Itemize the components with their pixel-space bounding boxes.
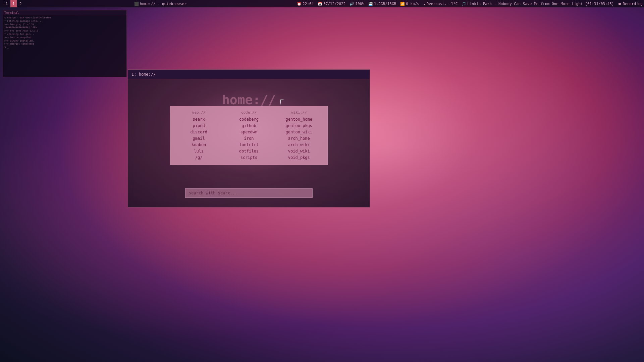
workspace-l1[interactable]: L1	[1, 0, 10, 7]
clock-icon: ⏰	[297, 2, 302, 6]
link-scripts[interactable]: scripts	[240, 155, 258, 161]
browser-titlebar-text: 1: home://	[131, 72, 156, 77]
terminal-line: >>> Emerging (1 of 3)	[4, 23, 125, 26]
links-col-web: web:// searx piped discord gmail knaben …	[174, 110, 224, 161]
link-piped[interactable]: piped	[193, 123, 205, 129]
links-columns: web:// searx piped discord gmail knaben …	[174, 110, 324, 161]
links-col-wiki: wiki:// gentoo_home gentoo_pkgs gentoo_w…	[274, 110, 324, 161]
link-g[interactable]: /g/	[195, 155, 203, 161]
terminal-line: $ _	[4, 46, 125, 49]
link-knaben[interactable]: knaben	[192, 142, 206, 148]
terminal-thumbnail[interactable]: Terminal $ emerge --ask www-client/firef…	[3, 10, 127, 77]
link-iron[interactable]: iron	[244, 135, 254, 141]
terminal-line: >>> emerge: completed	[4, 43, 125, 46]
network-display: 📶 0 kb/s	[400, 2, 419, 6]
workspace-list[interactable]: L1 1 2	[1, 0, 24, 7]
memory-icon: 💾	[368, 2, 373, 6]
terminal-line: >>> Source compiled.	[4, 36, 125, 40]
terminal-line: $ emerge --ask www-client/firefox	[4, 16, 125, 20]
weather-display: ☁ Overcast, -1°C	[423, 2, 458, 6]
link-speedwm[interactable]: speedwm	[240, 129, 258, 135]
home-page-title: home://	[222, 93, 276, 107]
terminal-line: >>> Binary installed.	[4, 40, 125, 43]
link-dotfiles[interactable]: dotfiles	[239, 148, 259, 154]
terminal-line: [################] 100%	[4, 26, 125, 29]
col-header-code: code://	[241, 110, 257, 115]
browser-icon: ⬛	[134, 2, 139, 6]
link-fontctrl[interactable]: fontctrl	[239, 142, 259, 148]
calendar-icon: 📅	[318, 2, 322, 6]
terminal-title: Terminal	[4, 11, 19, 14]
link-gentoo-home[interactable]: gentoo_home	[286, 116, 312, 122]
speaker-icon: 🔊	[350, 2, 354, 6]
link-codeberg[interactable]: codeberg	[239, 116, 259, 122]
link-arch-home[interactable]: arch_home	[288, 135, 310, 141]
music-icon: 🎵	[462, 2, 466, 6]
search-input[interactable]	[189, 191, 309, 195]
browser-window[interactable]: 1: home:// home:// home:// - qutebrowser…	[128, 69, 370, 207]
terminal-content: $ emerge --ask www-client/firefox * Fetc…	[3, 15, 126, 77]
link-lulz[interactable]: lulz	[194, 148, 204, 154]
time-display: ⏰ 22:04	[297, 2, 314, 6]
link-gentoo-pkgs[interactable]: gentoo_pkgs	[286, 123, 312, 129]
links-panel: home:// - qutebrowser web:// searx piped…	[170, 106, 328, 165]
link-github[interactable]: github	[241, 123, 256, 129]
link-gmail[interactable]: gmail	[193, 135, 205, 141]
links-col-code: code:// codeberg github speedwm iron fon…	[224, 110, 274, 161]
link-arch-wiki[interactable]: arch_wiki	[288, 142, 310, 148]
cloud-icon: ☁	[423, 2, 426, 6]
link-void-pkgs[interactable]: void_pkgs	[288, 155, 310, 161]
workspace-2[interactable]: 2	[17, 0, 24, 7]
date-display: 📅 07/12/2022	[318, 2, 345, 6]
record-icon: ⏺	[618, 2, 622, 6]
statusbar: L1 1 2 ⬛ home:// - qutebrowser ⏰ 22:04 📅…	[0, 0, 644, 7]
col-header-web: web://	[192, 110, 206, 115]
statusbar-right: ⏰ 22:04 📅 07/12/2022 🔊 100% 💾 1.2GB/13GB…	[297, 2, 643, 6]
terminal-titlebar: Terminal	[3, 10, 126, 15]
link-searx[interactable]: searx	[193, 116, 205, 122]
terminal-line: * checking for gcc...	[4, 33, 125, 36]
link-gentoo-wiki[interactable]: gentoo_wiki	[286, 129, 312, 135]
music-display: 🎵 Linkin Park - Nobody Can Save Me from …	[462, 2, 614, 6]
statusbar-window-title: ⬛ home:// - qutebrowser	[134, 2, 186, 6]
link-void-wiki[interactable]: void_wiki	[288, 148, 310, 154]
workspace-1[interactable]: 1	[10, 0, 17, 7]
statusbar-center: ⬛ home:// - qutebrowser	[24, 2, 297, 6]
link-discord[interactable]: discord	[190, 129, 207, 135]
col-header-wiki: wiki://	[291, 110, 307, 115]
volume-display: 🔊 100%	[350, 2, 364, 6]
search-bar[interactable]	[185, 188, 313, 198]
terminal-line: >>> sys-devel/gcc-12.1.0	[4, 29, 125, 33]
terminal-line: * Fetching package info...	[4, 20, 125, 23]
wifi-icon: 📶	[400, 2, 405, 6]
browser-content: home:// home:// - qutebrowser web:// sea…	[128, 79, 370, 207]
memory-display: 💾 1.2GB/13GB	[368, 2, 396, 6]
recording-display: ⏺ Recording	[618, 2, 643, 6]
browser-titlebar: 1: home://	[128, 70, 370, 79]
